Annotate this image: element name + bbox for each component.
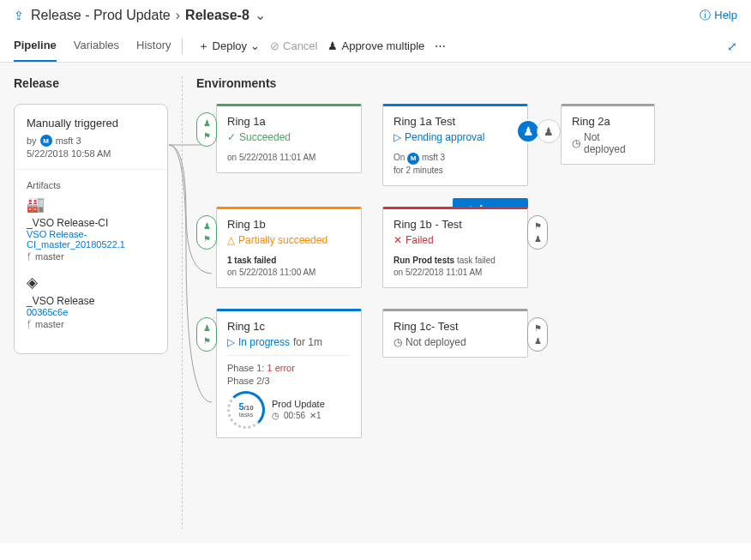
- artifact-version-link[interactable]: VSO Release-CI_master_20180522.1: [27, 229, 155, 250]
- release-date: 5/22/2018 10:58 AM: [27, 148, 155, 159]
- meta-line2: on 5/22/2018 11:01 AM: [394, 268, 482, 277]
- meta-mid: task failed: [454, 256, 496, 265]
- stage-ring1a-test-col: Ring 1a Test ▷Pending approval On M msft…: [382, 104, 528, 186]
- env-row: ♟ ⚑ Ring 1a ✓Succeeded on 5/22/2018 11:0…: [196, 104, 737, 186]
- pre-gates[interactable]: ♟ ⚑: [196, 317, 217, 352]
- stage-name: Ring 1b: [227, 218, 351, 231]
- pre-gates[interactable]: ♟ ⚑: [196, 112, 217, 147]
- branch-name: master: [35, 251, 64, 262]
- env-row: ♟ ⚑ Ring 1c ▷ In progress for 1m Phase 1…: [196, 309, 737, 438]
- post-gates[interactable]: ⚑ ♟: [527, 215, 548, 250]
- gate-icon: ⚑: [534, 323, 542, 333]
- meta-line1: 1 task failed: [227, 256, 276, 265]
- env-card[interactable]: Ring 1b △Partially succeeded 1 task fail…: [216, 207, 362, 288]
- branch-icon: ᚶ: [27, 251, 33, 262]
- env-card[interactable]: Ring 1c ▷ In progress for 1m Phase 1: 1 …: [216, 309, 362, 438]
- release-icon: ⇪: [14, 9, 24, 22]
- stage-ring1b[interactable]: ♟ ⚑ Ring 1b △Partially succeeded 1 task …: [196, 207, 362, 288]
- branch-icon: ᚶ: [27, 319, 33, 329]
- meta-task: Run Prod tests: [394, 256, 454, 265]
- clock-icon: ◷: [572, 137, 580, 149]
- phase-2: Phase 2/3: [227, 376, 351, 386]
- artifact-name: _VSO Release-CI: [27, 217, 155, 229]
- status-text: In progress: [238, 336, 290, 348]
- stage-meta: on 5/22/2018 11:01 AM: [227, 152, 351, 164]
- env-rows: ♟ ⚑ Ring 1a ✓Succeeded on 5/22/2018 11:0…: [196, 104, 737, 438]
- artifact-name: _VSO Release: [27, 295, 155, 307]
- cancel-label: Cancel: [283, 39, 317, 52]
- approve-multiple-button[interactable]: ♟ Approve multiple: [322, 36, 430, 56]
- env-card[interactable]: Ring 1a Test ▷Pending approval On M msft…: [382, 104, 528, 186]
- release-section-title: Release: [14, 76, 168, 90]
- env-card[interactable]: Ring 2a ◷Not deployed: [561, 104, 655, 165]
- by-user: msft 3: [56, 135, 81, 146]
- stage-name: Ring 1a: [227, 115, 351, 128]
- stage-status: ▷Pending approval: [394, 131, 517, 143]
- help-icon: ⓘ: [700, 8, 711, 23]
- stage-ring1c-test[interactable]: Ring 1c- Test ◷Not deployed ⚑ ♟: [382, 309, 548, 358]
- toolbar: Pipeline Variables History ＋ Deploy ⌄ ⊘ …: [0, 30, 751, 63]
- gate-icon: ⚑: [203, 336, 211, 346]
- release-panel: Release Manually triggered by M msft 3 5…: [14, 76, 168, 529]
- stage-ring2a[interactable]: ♟ Ring 2a ◷Not deployed: [549, 104, 655, 165]
- stage-ring1a-test[interactable]: Ring 1a Test ▷Pending approval On M msft…: [382, 104, 528, 186]
- task-time: 00:56: [284, 411, 305, 420]
- environments-area: Environments ♟ ⚑ Ring 1a ✓Succeeded on 5…: [182, 76, 737, 529]
- content: Release Manually triggered by M msft 3 5…: [0, 63, 751, 543]
- warning-icon: △: [227, 234, 235, 246]
- env-row: ♟ ⚑ Ring 1b △Partially succeeded 1 task …: [196, 207, 737, 288]
- branch-name: master: [35, 319, 64, 329]
- chevron-right-icon: ›: [176, 8, 180, 23]
- stage-ring1b-test[interactable]: Ring 1b - Test ✕Failed Run Prod tests ta…: [382, 207, 548, 288]
- more-button[interactable]: ⋯: [430, 36, 451, 56]
- release-trigger: Manually triggered: [27, 117, 155, 129]
- person-icon: ♟: [534, 234, 542, 244]
- stage-ring1a[interactable]: ♟ ⚑ Ring 1a ✓Succeeded on 5/22/2018 11:0…: [196, 104, 362, 173]
- artifact-version-link[interactable]: 00365c6e: [27, 307, 155, 317]
- artifacts-label: Artifacts: [27, 180, 155, 190]
- page-header: ⇪ Release - Prod Update › Release-8 ⌄ ⓘ …: [0, 0, 751, 30]
- stage-name: Ring 1c: [227, 320, 351, 333]
- deploy-button[interactable]: ＋ Deploy ⌄: [193, 35, 265, 57]
- stage-meta: 1 task failed on 5/22/2018 11:00 AM: [227, 255, 351, 279]
- pre-gates[interactable]: ♟ ⚑: [196, 215, 217, 250]
- breadcrumb[interactable]: Release - Prod Update › Release-8 ⌄: [31, 7, 266, 23]
- post-gates[interactable]: ⚑ ♟: [527, 317, 548, 352]
- stage-name: Ring 1c- Test: [394, 320, 517, 333]
- phase-detail: 5/10 tasks Prod Update ◷00:56 ✕1: [227, 391, 351, 429]
- status-text: Partially succeeded: [238, 234, 327, 246]
- meta-line2: on 5/22/2018 11:00 AM: [227, 268, 315, 277]
- tabs: Pipeline Variables History: [14, 30, 171, 62]
- person-icon: ♟: [203, 323, 211, 333]
- status-text: Not deployed: [406, 336, 466, 348]
- chevron-down-icon: ⌄: [250, 39, 260, 52]
- chevron-down-icon[interactable]: ⌄: [255, 7, 266, 23]
- artifact-branch: ᚶmaster: [27, 251, 155, 262]
- stage-meta: On M msft 3 for 2 minutes: [394, 152, 517, 177]
- user-avatar-icon: M: [407, 153, 419, 165]
- status-text: Pending approval: [405, 131, 484, 143]
- expand-icon[interactable]: ⤢: [727, 39, 737, 53]
- tab-history[interactable]: History: [136, 30, 171, 62]
- person-icon: ♟: [534, 336, 542, 346]
- pre-approver-badge[interactable]: ♟: [537, 119, 561, 143]
- cancel-button: ⊘ Cancel: [265, 36, 322, 56]
- breadcrumb-current[interactable]: Release-8: [185, 8, 249, 23]
- phase1-label: Phase 1:: [227, 363, 264, 373]
- env-card[interactable]: Ring 1a ✓Succeeded on 5/22/2018 11:01 AM: [216, 104, 362, 173]
- environments-title: Environments: [196, 76, 737, 90]
- gate-icon: ⚑: [203, 234, 211, 244]
- clock-icon: ◷: [272, 411, 279, 420]
- breadcrumb-root[interactable]: Release - Prod Update: [31, 8, 171, 23]
- tab-pipeline[interactable]: Pipeline: [14, 30, 57, 62]
- by-prefix: by: [27, 135, 37, 146]
- progress-ring: 5/10 tasks: [227, 391, 265, 429]
- env-card[interactable]: Ring 1c- Test ◷Not deployed: [382, 309, 528, 358]
- tab-variables[interactable]: Variables: [74, 30, 119, 62]
- help-link[interactable]: ⓘ Help: [700, 8, 737, 23]
- artifact-item: ◈ _VSO Release 00365c6e ᚶmaster: [27, 274, 155, 329]
- status-text: Not deployed: [584, 131, 644, 155]
- person-icon: ♟: [203, 118, 211, 128]
- stage-ring1c[interactable]: ♟ ⚑ Ring 1c ▷ In progress for 1m Phase 1…: [196, 309, 362, 438]
- env-card[interactable]: Ring 1b - Test ✕Failed Run Prod tests ta…: [382, 207, 528, 288]
